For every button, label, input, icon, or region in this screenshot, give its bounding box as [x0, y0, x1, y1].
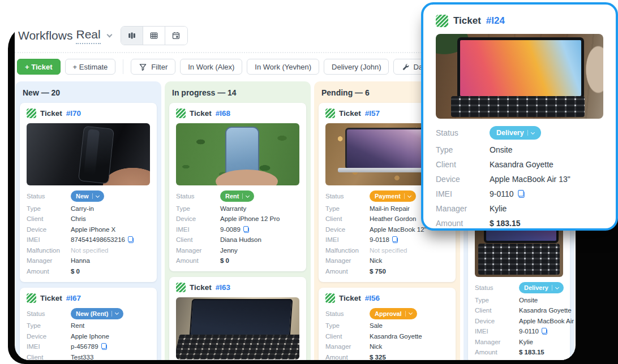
- ticket-preview-popup: Ticket #I24 StatusDeliveryTypeOnsiteClie…: [421, 2, 618, 231]
- add-ticket-button[interactable]: + Ticket: [17, 59, 61, 75]
- ticket-number-link[interactable]: #I56: [365, 294, 380, 302]
- status-badge-label: New: [76, 193, 89, 200]
- ticket-number-link[interactable]: #I67: [66, 294, 81, 302]
- device-photo: [27, 123, 150, 185]
- view-kanban-button[interactable]: [121, 27, 143, 45]
- field-value: Apple iPhone X: [71, 226, 115, 233]
- field-label: Device: [475, 318, 519, 324]
- ticket-card[interactable]: Ticket#I68StatusRentTypeWarrantyDeviceAp…: [169, 103, 306, 271]
- chevron-down-icon: [531, 130, 535, 134]
- field-value: Nick: [370, 257, 382, 264]
- filter-chip[interactable]: Delivery (John): [324, 59, 389, 75]
- status-badge[interactable]: New (Rent): [71, 308, 123, 319]
- board-column: In progress — 14Ticket#I68StatusRentType…: [165, 81, 311, 360]
- ticket-card[interactable]: Ticket#I67StatusNew (Rent)TypeRentDevice…: [20, 288, 157, 361]
- field-row: TypeOnsite: [436, 145, 603, 154]
- field-label: Status: [475, 284, 519, 291]
- copy-icon[interactable]: [542, 328, 547, 335]
- copy-icon[interactable]: [128, 236, 134, 243]
- field-row: IMEI9-0110: [475, 327, 563, 335]
- field-row: Amount$ 0: [27, 267, 150, 275]
- field-label: Client: [325, 333, 370, 340]
- field-row: StatusNew (Rent): [27, 308, 150, 319]
- add-ticket-label: + Ticket: [25, 63, 53, 71]
- popup-header: Ticket #I24: [436, 15, 603, 27]
- badge-separator: [552, 285, 552, 291]
- field-label: Device: [176, 215, 220, 222]
- ticket-type-label: Ticket: [40, 294, 62, 302]
- ticket-icon: [436, 15, 448, 27]
- field-value: Kasandra Goyette: [490, 160, 553, 169]
- filter-chip[interactable]: In Work (Alex): [180, 59, 242, 75]
- column-title: In progress — 14: [172, 88, 306, 97]
- ticket-card[interactable]: Ticket#I56StatusApprovalTypeSaleClientKa…: [319, 288, 456, 361]
- ticket-icon: [27, 293, 36, 303]
- field-value: 9-0118: [370, 236, 389, 243]
- copy-icon[interactable]: [392, 236, 398, 243]
- field-label: Manager: [475, 339, 519, 345]
- field-value: Kasandra Goyette: [370, 333, 422, 340]
- field-value: Onsite: [490, 145, 512, 154]
- field-label: Type: [27, 205, 71, 212]
- ticket-fields: StatusNew (Rent)TypeRentDeviceApple Ipho…: [27, 308, 150, 361]
- status-badge[interactable]: Approval: [370, 308, 417, 319]
- add-estimate-button[interactable]: + Estimate: [65, 59, 116, 75]
- field-value: Mail-in Repair: [370, 205, 410, 212]
- ticket-number-link[interactable]: #I57: [365, 109, 380, 118]
- badge-separator: [527, 130, 528, 136]
- field-label: Device: [325, 226, 370, 233]
- field-label: IMEI: [436, 189, 490, 198]
- filter-chip[interactable]: In Work (Yevhen): [247, 59, 319, 75]
- status-badge[interactable]: Delivery: [490, 126, 541, 140]
- workflow-selector[interactable]: Workflows Real: [18, 28, 111, 44]
- chevron-down-icon: [407, 193, 411, 197]
- badge-separator: [405, 311, 406, 317]
- copy-icon[interactable]: [518, 190, 525, 198]
- field-label: Manager: [176, 247, 220, 254]
- field-row: ManagerNick: [325, 343, 449, 350]
- board-column: New — 20Ticket#I70StatusNewTypeCarry-inC…: [15, 81, 161, 360]
- ticket-number-link[interactable]: #I70: [66, 109, 81, 118]
- field-row: TypeCarry-in: [27, 205, 150, 213]
- view-table-button[interactable]: [143, 27, 165, 45]
- field-row: IMEIp-456789: [27, 343, 150, 350]
- field-row: IMEI874541498653216: [27, 236, 150, 244]
- device-photo: [176, 297, 299, 359]
- field-value: p-456789: [71, 343, 98, 350]
- field-label: Device: [27, 226, 71, 233]
- ticket-number-link[interactable]: #I68: [216, 109, 230, 118]
- kanban-icon: [127, 31, 136, 40]
- copy-icon[interactable]: [243, 226, 249, 233]
- field-value: Not specified: [370, 247, 407, 254]
- filter-button[interactable]: Filter: [131, 59, 175, 75]
- status-badge[interactable]: Rent: [220, 190, 254, 202]
- copy-icon[interactable]: [101, 343, 107, 350]
- field-label: Amount: [475, 349, 519, 356]
- field-label: Status: [325, 193, 370, 200]
- ticket-icon: [176, 109, 186, 118]
- ticket-card[interactable]: Ticket#I63StatusIn progressTypeOnsite: [169, 277, 306, 360]
- status-badge[interactable]: Payment: [370, 190, 416, 202]
- field-label: IMEI: [176, 226, 220, 233]
- status-badge[interactable]: New: [71, 190, 104, 202]
- filter-chip-label: Delivery (John): [332, 63, 381, 71]
- field-value: Rent: [71, 322, 84, 329]
- field-label: Manager: [325, 257, 370, 264]
- ticket-card[interactable]: Ticket#I70StatusNewTypeCarry-inClientChr…: [20, 103, 157, 282]
- status-badge[interactable]: Delivery: [519, 282, 564, 293]
- ticket-number-link[interactable]: #I24: [486, 15, 505, 27]
- field-label: Manager: [27, 257, 71, 264]
- field-row: IMEI9-0110: [436, 189, 603, 198]
- field-value: $ 325: [370, 354, 386, 361]
- field-value: $ 750: [370, 268, 386, 275]
- field-row: StatusDelivery: [436, 126, 603, 140]
- view-calendar-button[interactable]: [165, 27, 187, 45]
- badge-separator: [242, 193, 243, 199]
- field-value: 9-0110: [490, 189, 514, 198]
- field-value: Hanna: [71, 257, 90, 264]
- ticket-card-header: Ticket#I56: [325, 293, 449, 303]
- field-row: StatusNew: [27, 190, 150, 202]
- field-value: $ 0: [220, 257, 229, 264]
- ticket-number-link[interactable]: #I63: [216, 283, 230, 292]
- field-label: Device: [27, 333, 71, 340]
